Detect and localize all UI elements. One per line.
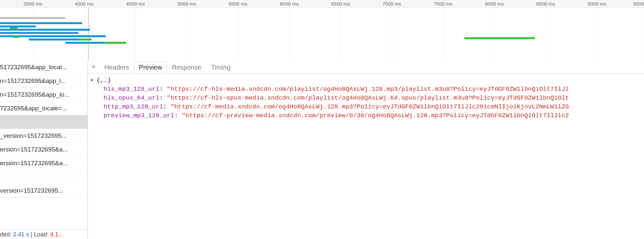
json-key: http_mp3_128_url bbox=[104, 103, 163, 110]
json-entry[interactable]: hls_mp3_128_url: "https://cf-hls-media.s… bbox=[90, 85, 644, 94]
time-tick: 5500 ms bbox=[238, 0, 238, 8]
time-gridline bbox=[136, 8, 136, 60]
time-gridline bbox=[494, 8, 495, 60]
time-tick: 4500 ms bbox=[136, 0, 136, 8]
timeline-bar[interactable] bbox=[78, 39, 91, 40]
time-gridline bbox=[238, 8, 238, 60]
json-tree-root[interactable]: ▼ {,…} bbox=[90, 76, 644, 85]
timeline-bar[interactable] bbox=[29, 39, 78, 40]
request-row[interactable]: 7232695&app_locale=... bbox=[0, 102, 88, 115]
timeline-bar[interactable] bbox=[0, 22, 82, 24]
time-tick-label: 5500 ms bbox=[229, 1, 255, 7]
time-tick-label: 8500 ms bbox=[536, 1, 562, 7]
time-tick-label: 4000 ms bbox=[75, 1, 101, 7]
caret-down-icon[interactable]: ▼ bbox=[90, 76, 95, 85]
time-tick: 6000 ms bbox=[289, 0, 290, 8]
time-gridline bbox=[546, 8, 546, 60]
time-tick-label: 3500 ms bbox=[24, 1, 50, 7]
timeline-bar[interactable] bbox=[0, 25, 36, 27]
summary-domloaded-label: ded: bbox=[0, 231, 13, 238]
request-row[interactable]: ersion=1517232695&a... bbox=[0, 143, 88, 156]
time-gridline bbox=[187, 8, 187, 60]
time-tick-label: 9500 bbox=[633, 1, 644, 7]
time-gridline bbox=[443, 8, 443, 60]
request-row[interactable]: _version=1517232695... bbox=[0, 129, 88, 143]
request-details-pane: × HeadersPreviewResponseTiming ▼ {,…} hl… bbox=[88, 60, 644, 239]
time-gridline bbox=[392, 8, 392, 60]
json-entry[interactable]: hls_opus_64_url: "https://cf-hls-opus-me… bbox=[90, 94, 644, 103]
time-gridline bbox=[33, 8, 33, 60]
time-tick: 9500 bbox=[643, 0, 643, 8]
time-tick: 5000 ms bbox=[187, 0, 187, 8]
network-summary-bar: ded: 2.41 s | Load: 4.1... bbox=[0, 229, 88, 239]
timeline-bar[interactable] bbox=[0, 29, 90, 31]
request-row[interactable] bbox=[0, 170, 88, 184]
request-row[interactable]: 517232695&app_local... bbox=[0, 60, 88, 74]
details-tabbar: × HeadersPreviewResponseTiming bbox=[88, 60, 644, 73]
close-icon[interactable]: × bbox=[90, 63, 100, 71]
time-tick-label: 5000 ms bbox=[177, 1, 203, 7]
request-row[interactable]: n=1517232695&app_lo... bbox=[0, 88, 88, 102]
time-tick-label: 7000 ms bbox=[382, 1, 409, 7]
json-value: "https://cf-preview-media.sndcdn.com/pre… bbox=[182, 112, 569, 119]
request-row[interactable]: version=1517232695... bbox=[0, 184, 88, 198]
summary-load-value: 4.1... bbox=[50, 231, 63, 238]
summary-load-label: | Load: bbox=[29, 231, 50, 238]
time-tick-label: 8000 ms bbox=[485, 1, 511, 7]
timeline-bar[interactable] bbox=[13, 36, 19, 38]
request-row[interactable] bbox=[0, 115, 88, 129]
time-tick: 6500 ms bbox=[341, 0, 341, 8]
time-tick: 8000 ms bbox=[494, 0, 495, 8]
time-tick-label: 6000 ms bbox=[280, 1, 306, 7]
json-colon: : bbox=[159, 94, 167, 102]
json-colon: : bbox=[159, 86, 167, 93]
tab-timing[interactable]: Timing bbox=[206, 61, 235, 73]
request-row[interactable]: ersion=1517232695&a... bbox=[0, 156, 88, 170]
time-tick: 9000 ms bbox=[597, 0, 597, 8]
time-gridline bbox=[289, 8, 290, 60]
json-value: "https://cf-media.sndcdn.com/og4Ho8QAsLW… bbox=[170, 103, 569, 110]
json-key: preview_mp3_128_url bbox=[104, 112, 174, 119]
json-root-label: {,…} bbox=[96, 76, 111, 85]
time-gridline bbox=[84, 8, 85, 60]
timeline-overview[interactable]: 3500 ms4000 ms4500 ms5000 ms5500 ms6000 … bbox=[0, 0, 644, 60]
time-tick: 8500 ms bbox=[546, 0, 546, 8]
json-entry[interactable]: http_mp3_128_url: "https://cf-media.sndc… bbox=[90, 103, 644, 111]
summary-domloaded-value: 2.41 s bbox=[13, 231, 29, 238]
json-entry[interactable]: preview_mp3_128_url: "https://cf-preview… bbox=[90, 111, 644, 120]
timeline-bar[interactable] bbox=[65, 42, 105, 44]
timeline-bar[interactable] bbox=[0, 17, 65, 19]
timeline-marker[interactable] bbox=[88, 8, 89, 60]
time-tick-label: 9000 ms bbox=[588, 1, 614, 7]
time-tick: 7500 ms bbox=[443, 0, 443, 8]
json-value: "https://cf-hls-media.sndcdn.com/playlis… bbox=[167, 86, 569, 93]
timeline-bar[interactable] bbox=[0, 32, 78, 34]
json-key: hls_mp3_128_url bbox=[104, 86, 159, 93]
time-gridline bbox=[341, 8, 341, 60]
time-tick: 7000 ms bbox=[392, 0, 392, 8]
time-gridline bbox=[597, 8, 597, 60]
json-value: "https://cf-hls-opus-media.sndcdn.com/pl… bbox=[167, 94, 569, 102]
network-request-list[interactable]: 517232695&app_local...n=1517232695&app_l… bbox=[0, 60, 88, 239]
time-tick-label: 6500 ms bbox=[331, 1, 357, 7]
time-gridline bbox=[643, 8, 643, 60]
time-tick-label: 4500 ms bbox=[126, 1, 152, 7]
json-colon: : bbox=[163, 103, 170, 110]
preview-body[interactable]: ▼ {,…} hls_mp3_128_url: "https://cf-hls-… bbox=[88, 73, 644, 239]
timeline-ruler[interactable]: 3500 ms4000 ms4500 ms5000 ms5500 ms6000 … bbox=[0, 0, 644, 8]
tab-response[interactable]: Response bbox=[167, 61, 206, 73]
timeline-bar[interactable] bbox=[105, 42, 126, 44]
json-colon: : bbox=[174, 112, 182, 119]
time-tick-label: 7500 ms bbox=[434, 1, 460, 7]
tab-headers[interactable]: Headers bbox=[100, 61, 134, 73]
tab-preview[interactable]: Preview bbox=[134, 61, 167, 73]
timeline-body[interactable] bbox=[0, 8, 644, 60]
request-row[interactable]: n=1517232695&app_l... bbox=[0, 74, 88, 88]
json-key: hls_opus_64_url bbox=[104, 94, 159, 102]
timeline-bar[interactable] bbox=[464, 37, 535, 39]
time-tick: 4000 ms bbox=[84, 0, 85, 8]
time-tick: 3500 ms bbox=[33, 0, 33, 8]
